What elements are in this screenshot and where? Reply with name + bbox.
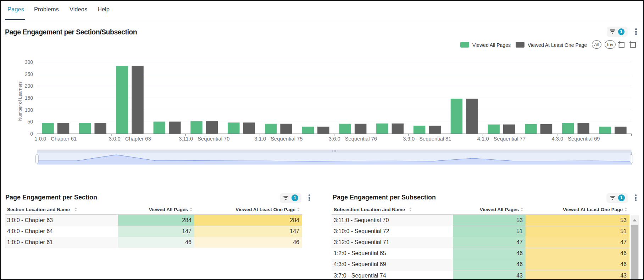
svg-text:4:3:0 - Sequential 69: 4:3:0 - Sequential 69 <box>551 136 600 142</box>
svg-text:3:0:0 - Chapter 63: 3:0:0 - Chapter 63 <box>109 136 151 142</box>
svg-text:250: 250 <box>25 71 33 77</box>
svg-text:3:9:0 - Sequential 81: 3:9:0 - Sequential 81 <box>403 136 451 142</box>
svg-text:0: 0 <box>30 131 33 137</box>
svg-text:3:11:0 - Sequential 70: 3:11:0 - Sequential 70 <box>179 136 229 142</box>
svg-text:3:1:0 - Sequential 75: 3:1:0 - Sequential 75 <box>254 136 302 142</box>
svg-text:1:0:0 - Chapter 61: 1:0:0 - Chapter 61 <box>34 136 77 142</box>
svg-text:150: 150 <box>25 95 33 101</box>
svg-text:100: 100 <box>25 107 33 113</box>
svg-text:Number of Learners: Number of Learners <box>18 81 23 121</box>
svg-text:50: 50 <box>27 119 33 125</box>
svg-text:3:6:0 - Sequential 76: 3:6:0 - Sequential 76 <box>329 136 377 142</box>
svg-text:300: 300 <box>25 59 33 65</box>
svg-text:4:1:0 - Sequential 77: 4:1:0 - Sequential 77 <box>477 136 526 142</box>
svg-text:200: 200 <box>25 83 33 89</box>
